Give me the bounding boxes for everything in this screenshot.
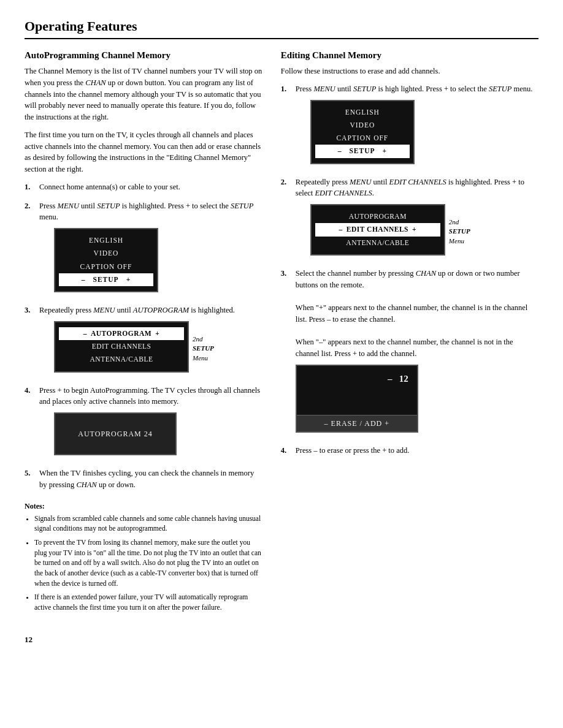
editing-title: Editing Channel Memory [281, 50, 538, 61]
step-3-text: Repeatedly press MENU until AUTOPROGRAM … [39, 305, 262, 377]
edit-step-2: 2. Repeatedly press MENU until EDIT CHAN… [281, 176, 538, 260]
edit-step-3-text: Select the channel number by pressing CH… [296, 268, 538, 438]
step-3-num: 3. [25, 305, 34, 377]
autoprogram-menu-box: –AUTOPROGRAM+ EDIT CHANNELS ANTENNA/CABL… [54, 321, 189, 373]
step-4-text: Press + to begin AutoProgramming. The TV… [39, 385, 262, 461]
edit-step-3-num: 3. [281, 268, 291, 438]
setup-menu-label-left: 2ndSETUPMenu [193, 335, 214, 363]
channel-display: – 12 – ERASE / ADD + [296, 365, 418, 433]
step-5-text: When the TV finishes cycling, you can ch… [39, 468, 262, 491]
r-ap-row-editchannels: –EDIT CHANNELS+ [315, 223, 440, 236]
channel-number: – 12 [297, 366, 417, 415]
r-menu-row-caption: CAPTION OFF [315, 132, 410, 145]
left-column: AutoProgramming Channel Memory The Chann… [25, 50, 262, 616]
step-5: 5. When the TV finishes cycling, you can… [25, 468, 262, 491]
auto-steps-list: 1. Connect home antenna(s) or cable to y… [25, 181, 262, 491]
note-1: Signals from scrambled cable channels an… [34, 514, 262, 534]
step-2-num: 2. [25, 200, 34, 298]
step-5-num: 5. [25, 468, 34, 491]
editing-intro: Follow these instructions to erase and a… [281, 66, 538, 77]
step-4-num: 4. [25, 385, 34, 461]
ap-row-editchannels: EDIT CHANNELS [59, 340, 184, 353]
r-menu-row-video: VIDEO [315, 119, 410, 132]
edit-step-1: 1. Press MENU until SETUP is high lighte… [281, 83, 538, 169]
notes-label: Notes: [25, 502, 262, 511]
page-title: Operating Features [25, 18, 538, 39]
menu-row-setup: – SETUP + [59, 273, 153, 286]
edit-step-4-num: 4. [281, 445, 291, 457]
menu-row-english: ENGLISH [59, 234, 153, 247]
edit-step-2-num: 2. [281, 176, 291, 260]
r-ap-row-antennacable: ANTENNA/CABLE [315, 237, 440, 249]
edit-step-1-num: 1. [281, 83, 291, 169]
note-3: If there is an extended power failure, y… [34, 592, 262, 612]
step-4: 4. Press + to begin AutoProgramming. The… [25, 385, 262, 461]
note-2: To prevent the TV from losing its channe… [34, 537, 262, 588]
intro-para-1: The Channel Memory is the list of TV cha… [25, 66, 262, 123]
step-1-num: 1. [25, 181, 34, 193]
edit-step-1-text: Press MENU until SETUP is high lighted. … [296, 83, 538, 169]
step-1-text: Connect home antenna(s) or cable to your… [39, 181, 262, 193]
ap-row-antennacable: ANTENNA/CABLE [59, 353, 184, 366]
intro-para-2: The first time you turn on the TV, it cy… [25, 129, 262, 175]
step-1: 1. Connect home antenna(s) or cable to y… [25, 181, 262, 193]
channel-erase-add: – ERASE / ADD + [297, 415, 417, 431]
page-number: 12 [25, 635, 538, 645]
right-column: Editing Channel Memory Follow these inst… [281, 50, 538, 616]
notes-list: Signals from scrambled cable channels an… [25, 514, 262, 613]
setup-menu-label-right: 2ndSETUPMenu [449, 218, 470, 246]
edit-channels-menu-box: AUTOPROGRAM –EDIT CHANNELS+ ANTENNA/CABL… [310, 204, 445, 256]
menu-row-caption: CAPTION OFF [59, 260, 153, 273]
ap-row-autoprogram: –AUTOPROGRAM+ [59, 327, 184, 340]
autoprogram-counter: AUTOPROGRAM 24 [54, 412, 177, 455]
edit-step-2-text: Repeatedly press MENU until EDIT CHANNEL… [296, 176, 538, 260]
r-menu-row-english: ENGLISH [315, 106, 410, 119]
editing-steps-list: 1. Press MENU until SETUP is high lighte… [281, 83, 538, 457]
edit-step-3: 3. Select the channel number by pressing… [281, 268, 538, 438]
menu-row-video: VIDEO [59, 247, 153, 260]
r-ap-row-autoprogram: AUTOPROGRAM [315, 210, 440, 223]
step-3: 3. Repeatedly press MENU until AUTOPROGR… [25, 305, 262, 377]
step-2-text: Press MENU until SETUP is highlighted. P… [39, 200, 262, 298]
edit-step-4: 4. Press – to erase or press the + to ad… [281, 445, 538, 457]
step-2: 2. Press MENU until SETUP is highlighted… [25, 200, 262, 298]
setup-menu-box-left: ENGLISH VIDEO CAPTION OFF – SETUP + [54, 228, 158, 292]
setup-menu-box-right: ENGLISH VIDEO CAPTION OFF – SETUP + [310, 100, 415, 164]
auto-programming-title: AutoProgramming Channel Memory [25, 50, 262, 61]
edit-step-4-text: Press – to erase or press the + to add. [296, 445, 538, 457]
r-menu-row-setup: – SETUP + [315, 145, 410, 157]
notes-section: Notes: Signals from scrambled cable chan… [25, 502, 262, 613]
